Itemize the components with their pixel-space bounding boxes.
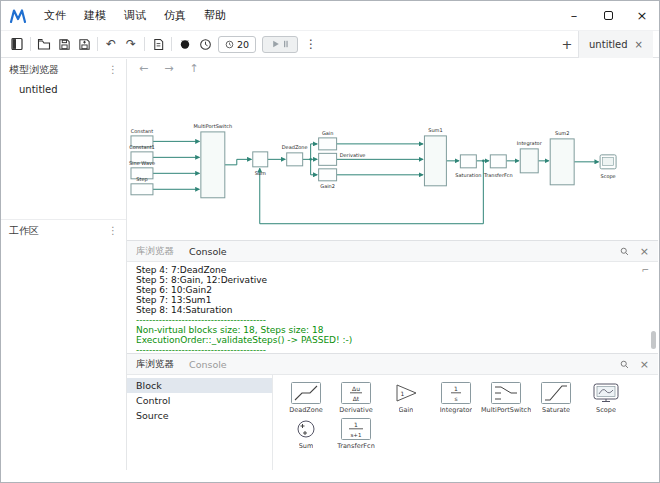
save-button[interactable] [54, 34, 74, 54]
console-panel: 库浏览器 Console × Step 4: 7:DeadZone Step 5… [127, 240, 658, 353]
palette-item-sum[interactable]: Sum [281, 418, 331, 450]
model-canvas[interactable]: Constant Constant1 Sine Wave Step [127, 78, 658, 240]
palette-item-scope[interactable]: Scope [581, 382, 631, 414]
tab-library-browser[interactable]: 库浏览器 [136, 245, 174, 258]
svg-text:Saturation: Saturation [455, 172, 481, 178]
category-block[interactable]: Block [127, 378, 272, 393]
close-button[interactable]: × [625, 1, 659, 31]
svg-text:Derivative: Derivative [340, 152, 366, 158]
main-toolbar: ↶ ↷ 20 [1, 31, 659, 58]
toolbar-separator [30, 37, 31, 51]
toolbar-more-button[interactable]: ⋮ [301, 34, 321, 54]
multiportswitch-block-icon [491, 382, 521, 404]
palette-item-transferfcn[interactable]: 1 s+1 TransferFcn [331, 418, 381, 450]
diagram-block-transferfcn[interactable]: TransferFcn [483, 155, 513, 178]
svg-text:Integrator: Integrator [517, 140, 543, 147]
category-source[interactable]: Source [127, 408, 272, 423]
redo-button[interactable]: ↷ [121, 34, 141, 54]
library-close-button[interactable]: × [640, 359, 649, 370]
open-button[interactable] [34, 34, 54, 54]
block-diagram: Constant Constant1 Sine Wave Step [127, 78, 658, 240]
palette-item-derivative[interactable]: Δu Δt Derivative [331, 382, 381, 414]
svg-text:s+1: s+1 [351, 432, 362, 438]
diagram-block-gain[interactable]: Gain [319, 130, 337, 150]
diagram-block-deadzone[interactable]: DeadZone [282, 144, 308, 165]
diagram-block-scope[interactable]: Scope [600, 155, 616, 180]
console-line: ---------------------------------------- [136, 345, 649, 353]
debug-button[interactable] [175, 34, 195, 54]
menu-help[interactable]: 帮助 [195, 4, 235, 27]
app-window: 文件 建模 调试 仿真 帮助 – × [0, 0, 660, 483]
console-scrollbar[interactable] [651, 331, 656, 349]
search-icon[interactable] [620, 247, 629, 256]
tab-library-browser-2[interactable]: 库浏览器 [136, 358, 174, 371]
print-preview-button[interactable] [148, 34, 168, 54]
maximize-button[interactable] [591, 1, 625, 31]
tab-console-2[interactable]: Console [189, 359, 227, 370]
diagram-block-sum2[interactable]: Sum2 [550, 130, 574, 184]
palette-item-saturate[interactable]: Saturate [531, 382, 581, 414]
console-line: Step 8: 14:Saturation [136, 305, 649, 315]
workspace-menu-icon[interactable]: ⋮ [108, 225, 118, 236]
palette-item-label: DeadZone [289, 406, 323, 414]
tab-console[interactable]: Console [189, 246, 227, 257]
diagram-block-saturation[interactable]: Saturation [455, 155, 481, 178]
category-control[interactable]: Control [127, 393, 272, 408]
palette-item-integrator[interactable]: 1 s Integrator [431, 382, 481, 414]
console-close-button[interactable]: × [640, 246, 649, 257]
palette-item-multiportswitch[interactable]: MultiPortSwitch [481, 382, 531, 414]
palette-item-label: Integrator [440, 406, 473, 414]
diagram-block-sum[interactable]: Sum [253, 152, 268, 176]
console-scroll-anchor-icon[interactable]: ⌐ [641, 265, 649, 275]
console-panel-header: 库浏览器 Console × [127, 241, 658, 262]
window-controls: – × [557, 1, 659, 31]
play-icon [272, 40, 280, 48]
diagram-block-gain2[interactable]: Gain2 [319, 169, 337, 189]
console-line: ---------------------------------------- [136, 315, 649, 325]
gain-block-icon: 1 [391, 382, 421, 404]
new-tab-button[interactable]: + [556, 37, 578, 52]
tab-close-icon[interactable]: × [635, 39, 643, 50]
console-output[interactable]: Step 4: 7:DeadZone Step 5: 8:Gain, 12:De… [127, 262, 658, 353]
menu-simulation[interactable]: 仿真 [155, 4, 195, 27]
svg-text:Sum2: Sum2 [555, 130, 569, 136]
document-tab-label: untitled [589, 39, 628, 50]
menu-modeling[interactable]: 建模 [75, 4, 115, 27]
svg-text:Step: Step [136, 176, 147, 183]
menu-debug[interactable]: 调试 [115, 4, 155, 27]
nav-forward-button[interactable]: → [164, 62, 173, 75]
document-icon [152, 38, 165, 51]
diagram-block-sum1[interactable]: Sum1 [424, 127, 446, 186]
svg-text:Constant1: Constant1 [129, 144, 155, 150]
diagram-block-derivative[interactable]: Derivative [319, 152, 366, 165]
palette-item-label: TransferFcn [337, 442, 375, 450]
stop-time-field[interactable]: 20 [218, 36, 256, 53]
undo-button[interactable]: ↶ [101, 34, 121, 54]
save-all-button[interactable] [74, 34, 94, 54]
minimize-button[interactable]: – [557, 1, 591, 31]
document-tab-untitled[interactable]: untitled × [578, 31, 653, 58]
model-tree-item-untitled[interactable]: untitled [1, 80, 126, 99]
nav-back-button[interactable]: ← [139, 62, 148, 75]
palette-item-gain[interactable]: 1 Gain [381, 382, 431, 414]
undo-icon: ↶ [106, 38, 116, 50]
new-model-button[interactable] [7, 34, 27, 54]
simulation-clock-button[interactable] [195, 34, 215, 54]
svg-text:Scope: Scope [601, 173, 616, 180]
console-line: Step 5: 8:Gain, 12:Derivative [136, 275, 649, 285]
more-icon: ⋮ [305, 38, 317, 50]
console-line: ExecutionOrder::_validateSteps() -> PASS… [136, 335, 649, 345]
svg-text:Constant: Constant [131, 128, 153, 134]
model-browser-menu-icon[interactable]: ⋮ [108, 64, 118, 75]
left-sidebar: 模型浏览器 ⋮ untitled 工作区 ⋮ [1, 59, 127, 470]
palette-item-deadzone[interactable]: DeadZone [281, 382, 331, 414]
diagram-block-integrator[interactable]: Integrator [517, 140, 543, 172]
nav-up-button[interactable]: ↑ [189, 62, 198, 75]
diagram-block-multiportswitch[interactable]: MultiPortSwitch [194, 123, 233, 198]
search-icon[interactable] [620, 360, 629, 369]
deadzone-block-icon [291, 382, 321, 404]
saturate-block-icon [541, 382, 571, 404]
menu-file[interactable]: 文件 [35, 4, 75, 27]
debug-icon [179, 38, 191, 50]
run-button[interactable] [262, 36, 298, 53]
